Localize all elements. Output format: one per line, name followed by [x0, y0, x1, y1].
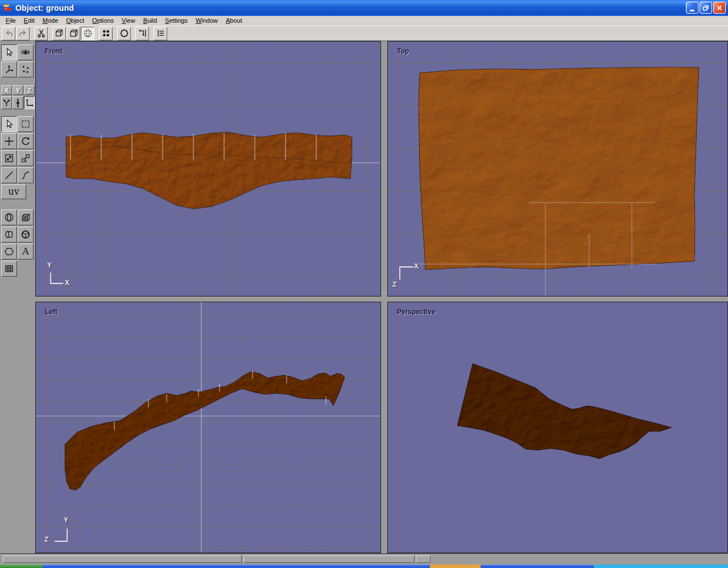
axes-object-button[interactable]: [13, 96, 23, 109]
text-tool-button[interactable]: A: [18, 244, 34, 260]
menu-settings[interactable]: Settings: [161, 17, 192, 25]
four-points-button[interactable]: [99, 27, 113, 40]
statusbar-pane-3[interactable]: [416, 555, 431, 563]
statusbar-pane-1[interactable]: [3, 555, 242, 563]
visibility-button[interactable]: [18, 44, 34, 60]
sidebar-row: [1, 61, 35, 79]
restore-icon: [702, 4, 710, 12]
terrain-top: [419, 67, 699, 270]
axis-diamond-icon: [13, 98, 23, 108]
menu-options[interactable]: Options: [88, 17, 118, 25]
axis-origin-button[interactable]: [1, 61, 17, 77]
uv-tool-button[interactable]: uv: [1, 184, 26, 199]
primitive-cylinder-button[interactable]: [1, 227, 17, 242]
move-tool-button[interactable]: [1, 133, 17, 149]
marquee-select-button[interactable]: [18, 116, 34, 132]
viewport-left[interactable]: Left Y Z: [35, 302, 381, 553]
menu-object[interactable]: Object: [62, 17, 88, 25]
axis-label-z: Z: [44, 536, 48, 544]
extrude-icon: [20, 153, 31, 163]
select-cursor-button[interactable]: [1, 44, 17, 60]
four-dots-icon: [101, 28, 111, 38]
minimize-button[interactable]: [686, 2, 698, 14]
axis-label-y: Y: [47, 261, 52, 269]
front-view-canvas: [36, 42, 381, 297]
primitive-sphere-button[interactable]: [1, 209, 17, 225]
vertex-points-button[interactable]: [18, 61, 34, 77]
axis-x-toggle-button[interactable]: X: [1, 85, 12, 95]
curve-icon: [20, 170, 31, 180]
axes-screen-button[interactable]: [24, 96, 35, 109]
cut-button[interactable]: [34, 27, 48, 40]
toolbar-separator: [95, 27, 99, 40]
viewport-perspective[interactable]: Perspective: [387, 302, 728, 553]
sidebar-row: [1, 167, 35, 184]
geosphere-icon: [20, 229, 31, 240]
axis-z-toggle-button[interactable]: Z: [24, 85, 35, 95]
curve-tool-button[interactable]: [18, 167, 34, 183]
toolbar: [0, 26, 728, 41]
primitive-hexagon-button[interactable]: [1, 244, 17, 260]
axis-corner-icon: [24, 98, 34, 108]
toolbar-separator: [150, 27, 154, 40]
minimize-icon: [690, 10, 694, 11]
restore-button[interactable]: [700, 2, 712, 14]
line-tool-button[interactable]: [1, 167, 17, 183]
viewport-front[interactable]: Front Y X: [35, 41, 381, 297]
rotate-tool-button[interactable]: [18, 133, 34, 149]
viewport-label-left: Left: [45, 308, 57, 316]
sidebar-row: [1, 209, 35, 227]
primitive-grid-button[interactable]: [1, 261, 17, 277]
vertex-circle-icon: [119, 28, 129, 38]
box-solid-view-button[interactable]: [67, 27, 80, 40]
sphere-wire-view-button[interactable]: [81, 27, 94, 40]
snap-down-icon: [138, 28, 147, 38]
perspective-view-canvas: [388, 302, 728, 553]
primitive-geosphere-button[interactable]: [18, 227, 34, 242]
sidebar-row: [1, 116, 35, 133]
close-button[interactable]: [713, 2, 726, 14]
taskbar-active-task[interactable]: [430, 565, 481, 568]
redo-icon: [18, 28, 28, 38]
axis-label-x: X: [414, 262, 419, 270]
toolbar-separator: [30, 27, 34, 40]
scale-tool-button[interactable]: [1, 150, 17, 166]
viewport-label-front: Front: [45, 47, 63, 55]
axes-world-button[interactable]: [1, 96, 12, 109]
redo-button[interactable]: [16, 27, 30, 40]
menu-build[interactable]: Build: [139, 17, 161, 25]
menu-edit[interactable]: Edit: [20, 17, 39, 25]
axis-gizmo-front: [51, 273, 63, 283]
tool-sidebar: XYZuvA: [0, 41, 35, 553]
start-button[interactable]: [0, 565, 43, 568]
marquee-select-icon: [20, 119, 31, 129]
snap-down-button[interactable]: [135, 27, 149, 40]
axis-y-toggle-label: Y: [16, 87, 20, 94]
scale-icon: [4, 153, 14, 163]
menu-view[interactable]: View: [118, 17, 139, 25]
viewport-top[interactable]: Top X Z: [387, 41, 728, 297]
window-title: Object: ground: [15, 3, 74, 13]
statusbar-pane-2[interactable]: [243, 555, 415, 563]
select-tool-button[interactable]: [1, 116, 17, 132]
uv-tool-label: uv: [8, 187, 19, 196]
menu-mode[interactable]: Mode: [39, 17, 63, 25]
vertex-ring-button[interactable]: [117, 27, 131, 40]
axis-y-toggle-button[interactable]: Y: [13, 85, 23, 95]
menu-window[interactable]: Window: [192, 17, 222, 25]
viewport-label-perspective: Perspective: [397, 308, 435, 316]
extrude-tool-button[interactable]: [18, 150, 34, 166]
titlebar: Object: ground: [0, 0, 728, 16]
axis-tripod-icon: [4, 64, 14, 75]
sphere-dashed-icon: [83, 28, 93, 38]
menu-about[interactable]: About: [222, 17, 246, 25]
undo-button[interactable]: [2, 27, 15, 40]
primitive-box-button[interactable]: [18, 209, 34, 225]
top-view-canvas: [388, 42, 728, 297]
menu-file[interactable]: File: [2, 17, 20, 25]
box-pair-view-button[interactable]: [52, 27, 66, 40]
sidebar-row: uv: [1, 184, 35, 200]
statusbar: [0, 553, 728, 565]
properties-list-button[interactable]: [154, 27, 167, 40]
terrain-perspective: [457, 364, 672, 459]
